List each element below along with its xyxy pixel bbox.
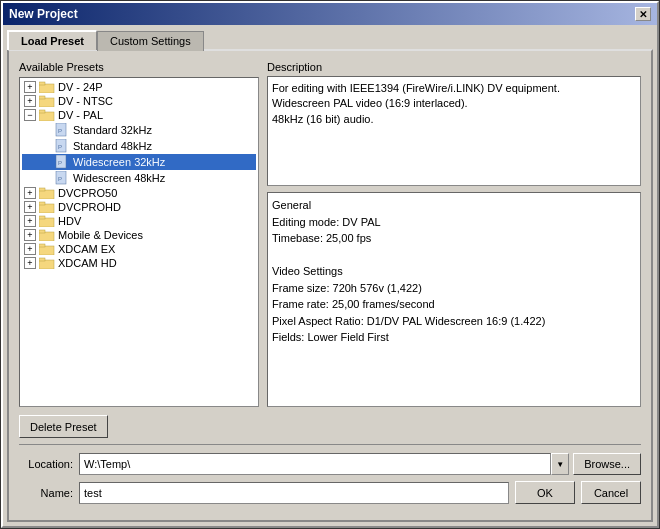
list-item[interactable]: + DV - NTSC: [22, 94, 256, 108]
tree-item-label: HDV: [58, 215, 81, 227]
content-area: Available Presets + DV - 24P: [7, 49, 653, 522]
svg-rect-24: [39, 260, 54, 269]
location-label: Location:: [19, 458, 79, 470]
folder-icon: [39, 81, 55, 93]
svg-rect-0: [39, 84, 54, 93]
close-button[interactable]: ✕: [635, 7, 651, 21]
folder-icon: [39, 109, 55, 121]
svg-rect-4: [39, 112, 54, 121]
list-item[interactable]: + Mobile & Devices: [22, 228, 256, 242]
browse-button[interactable]: Browse...: [573, 453, 641, 475]
svg-text:P: P: [58, 176, 62, 182]
description-box: Description For editing with IEEE1394 (F…: [267, 61, 641, 186]
list-item[interactable]: P Widescreen 32kHz: [22, 154, 256, 170]
svg-rect-21: [39, 230, 45, 233]
left-panel: Available Presets + DV - 24P: [19, 61, 259, 407]
delete-preset-button[interactable]: Delete Preset: [19, 415, 108, 438]
list-item[interactable]: + DVCPROHD: [22, 200, 256, 214]
bottom-actions: Delete Preset: [19, 415, 641, 438]
svg-rect-5: [39, 110, 45, 113]
svg-rect-17: [39, 202, 45, 205]
svg-rect-3: [39, 96, 45, 99]
tree-item-label: Standard 48kHz: [73, 140, 152, 152]
svg-rect-16: [39, 204, 54, 213]
ok-button[interactable]: OK: [515, 481, 575, 504]
file-icon: P: [54, 139, 70, 153]
svg-rect-25: [39, 258, 45, 261]
tab-custom-settings[interactable]: Custom Settings: [97, 31, 204, 51]
expand-icon[interactable]: +: [24, 257, 36, 269]
expand-icon[interactable]: +: [24, 215, 36, 227]
svg-text:P: P: [58, 128, 62, 134]
list-item[interactable]: − DV - PAL: [22, 108, 256, 122]
svg-rect-15: [39, 188, 45, 191]
location-dropdown-button[interactable]: ▼: [551, 453, 569, 475]
location-input[interactable]: [79, 453, 551, 475]
tree-item-label: Standard 32kHz: [73, 124, 152, 136]
description-label: Description: [267, 61, 641, 73]
list-item[interactable]: + HDV: [22, 214, 256, 228]
tabs-bar: Load Preset Custom Settings: [3, 25, 657, 49]
tree-item-label: Widescreen 32kHz: [73, 156, 165, 168]
folder-icon: [39, 187, 55, 199]
ok-cancel-row: OK Cancel: [515, 481, 641, 504]
file-icon: P: [54, 155, 70, 169]
list-item[interactable]: + XDCAM EX: [22, 242, 256, 256]
tree-item-label: XDCAM HD: [58, 257, 117, 269]
svg-rect-20: [39, 232, 54, 241]
tree-item-label: DV - NTSC: [58, 95, 113, 107]
list-item[interactable]: P Standard 48kHz: [22, 138, 256, 154]
tab-load-preset[interactable]: Load Preset: [7, 30, 97, 50]
title-bar: New Project ✕: [3, 3, 657, 25]
presets-tree[interactable]: + DV - 24P +: [19, 77, 259, 407]
list-item[interactable]: P Standard 32kHz: [22, 122, 256, 138]
folder-icon: [39, 257, 55, 269]
main-section: Available Presets + DV - 24P: [19, 61, 641, 407]
list-item[interactable]: + DV - 24P: [22, 80, 256, 94]
right-panel: Description For editing with IEEE1394 (F…: [267, 61, 641, 407]
name-input[interactable]: [79, 482, 509, 504]
cancel-button[interactable]: Cancel: [581, 481, 641, 504]
name-label: Name:: [19, 487, 79, 499]
window-title: New Project: [9, 7, 78, 21]
svg-rect-18: [39, 218, 54, 227]
bottom-section: Location: ▼ Browse... Name: OK Cancel: [19, 444, 641, 510]
expand-icon[interactable]: +: [24, 243, 36, 255]
svg-text:P: P: [58, 144, 62, 150]
expand-icon[interactable]: −: [24, 109, 36, 121]
file-icon: P: [54, 123, 70, 137]
folder-icon: [39, 243, 55, 255]
svg-rect-22: [39, 246, 54, 255]
name-row: Name: OK Cancel: [19, 481, 641, 504]
tree-item-label: XDCAM EX: [58, 243, 115, 255]
expand-icon[interactable]: +: [24, 187, 36, 199]
expand-icon[interactable]: +: [24, 95, 36, 107]
list-item[interactable]: P Widescreen 48kHz: [22, 170, 256, 186]
folder-icon: [39, 201, 55, 213]
tree-item-label: DV - 24P: [58, 81, 103, 93]
list-item[interactable]: + XDCAM HD: [22, 256, 256, 270]
presets-label: Available Presets: [19, 61, 259, 73]
new-project-window: New Project ✕ Load Preset Custom Setting…: [1, 1, 659, 528]
expand-icon[interactable]: +: [24, 81, 36, 93]
tree-item-label: DV - PAL: [58, 109, 103, 121]
svg-rect-14: [39, 190, 54, 199]
list-item[interactable]: + DVCPRO50: [22, 186, 256, 200]
expand-icon[interactable]: +: [24, 201, 36, 213]
description-text: For editing with IEEE1394 (FireWire/i.LI…: [267, 76, 641, 186]
tree-item-label: DVCPROHD: [58, 201, 121, 213]
tree-item-label: Widescreen 48kHz: [73, 172, 165, 184]
svg-rect-1: [39, 82, 45, 85]
location-row: Location: ▼ Browse...: [19, 453, 641, 475]
file-icon: P: [54, 171, 70, 185]
folder-icon: [39, 215, 55, 227]
folder-icon: [39, 229, 55, 241]
svg-rect-19: [39, 216, 45, 219]
tree-item-label: DVCPRO50: [58, 187, 117, 199]
svg-rect-23: [39, 244, 45, 247]
tree-item-label: Mobile & Devices: [58, 229, 143, 241]
folder-icon: [39, 95, 55, 107]
expand-icon[interactable]: +: [24, 229, 36, 241]
info-text: General Editing mode: DV PAL Timebase: 2…: [267, 192, 641, 407]
svg-text:P: P: [58, 160, 62, 166]
